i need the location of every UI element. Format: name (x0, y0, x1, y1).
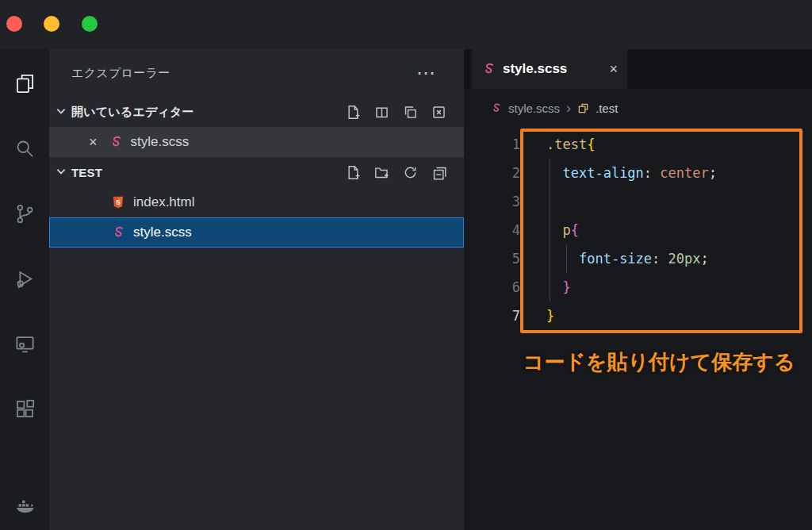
activity-bar-item-source-control[interactable] (13, 202, 36, 225)
zoom-window-button[interactable] (82, 16, 98, 32)
extensions-icon (14, 398, 36, 420)
close-editor-icon[interactable]: × (89, 134, 98, 151)
save-all-icon[interactable] (403, 105, 418, 120)
breadcrumb-file[interactable]: style.scss (508, 102, 560, 115)
open-editors-actions (346, 105, 464, 120)
code-line[interactable]: 4 p{ (464, 216, 812, 244)
tab-label: style.scss (503, 61, 567, 77)
line-number[interactable]: 1 (464, 130, 520, 159)
line-number[interactable]: 2 (464, 159, 520, 187)
workspace-actions (346, 165, 464, 180)
chevron-down-icon (56, 106, 68, 118)
sass-icon (490, 102, 502, 114)
editor-group: style.scss × style.scss › .test 1.test{2… (464, 49, 812, 530)
breadcrumb-symbol[interactable]: .test (596, 102, 618, 115)
minimize-window-button[interactable] (44, 16, 59, 32)
open-editors-label: 開いているエディター (71, 105, 194, 120)
search-icon (14, 138, 36, 159)
editor-layout-icon[interactable] (374, 105, 389, 120)
close-all-editors-icon[interactable] (431, 105, 446, 120)
code-line[interactable]: 5 font-size: 20px; (464, 244, 812, 273)
code-editor[interactable]: 1.test{2 text-align: center;34 p{5 font-… (464, 127, 812, 492)
explorer-sidebar: エクスプローラー ⋯ 開いているエディター × style.scss (49, 49, 464, 530)
sidebar-title-row: エクスプローラー ⋯ (49, 49, 464, 97)
tree-item-filename: style.scss (133, 225, 192, 240)
refresh-icon[interactable] (403, 165, 418, 180)
sass-icon (481, 62, 496, 76)
workspace-label: TEST (71, 166, 102, 179)
files-icon (14, 73, 36, 94)
code-text: .test{ (520, 130, 595, 159)
svg-text:5: 5 (116, 198, 121, 206)
workspace-section-header[interactable]: TEST (49, 157, 464, 187)
code-text: } (520, 301, 554, 330)
indent-guide (566, 244, 567, 273)
activity-bar-item-search[interactable] (13, 136, 36, 160)
sass-icon (109, 135, 123, 149)
activity-bar-item-explorer[interactable] (13, 71, 36, 95)
close-window-button[interactable] (6, 16, 22, 32)
code-lines: 1.test{2 text-align: center;34 p{5 font-… (464, 130, 812, 330)
tree-item-filename: index.html (133, 194, 194, 210)
chevron-down-icon (56, 166, 68, 179)
code-line[interactable]: 3 (464, 187, 812, 216)
line-number[interactable]: 5 (464, 244, 520, 273)
code-text: } (520, 273, 571, 301)
collapse-all-icon[interactable] (431, 165, 446, 180)
code-line[interactable]: 7} (464, 301, 812, 330)
line-number[interactable]: 3 (464, 187, 520, 216)
tree-item-style-scss[interactable]: style.scss (49, 217, 464, 248)
debug-icon (14, 268, 36, 290)
tab-style-scss[interactable]: style.scss × (472, 49, 627, 89)
sass-icon (111, 225, 125, 240)
code-line[interactable]: 6 } (464, 273, 812, 301)
code-line[interactable]: 2 text-align: center; (464, 159, 812, 187)
breadcrumb: style.scss › .test (464, 89, 812, 127)
tab-bar: style.scss × (464, 49, 812, 89)
chevron-right-icon: › (566, 101, 571, 115)
code-text: font-size: 20px; (520, 244, 709, 273)
source-control-icon (14, 203, 36, 225)
open-editors-section-header[interactable]: 開いているエディター (49, 97, 464, 127)
new-untitled-file-icon[interactable] (346, 105, 361, 120)
tree-item-index-html[interactable]: 5 index.html (49, 187, 464, 217)
sidebar-title: エクスプローラー (71, 66, 170, 81)
line-number[interactable]: 4 (464, 216, 520, 244)
activity-bar-item-run-debug[interactable] (13, 267, 36, 290)
close-tab-icon[interactable]: × (609, 61, 618, 78)
more-actions-button[interactable]: ⋯ (412, 66, 442, 80)
new-file-icon[interactable] (346, 165, 361, 180)
new-folder-icon[interactable] (374, 165, 389, 180)
activity-bar (0, 49, 49, 530)
titlebar (0, 0, 812, 49)
indent-guide (550, 159, 550, 301)
docker-whale-icon (14, 495, 36, 517)
html-icon: 5 (111, 195, 125, 209)
open-editor-filename: style.scss (131, 134, 190, 150)
symbol-class-icon (577, 102, 589, 114)
line-number[interactable]: 6 (464, 273, 520, 301)
monitor-icon (14, 333, 36, 355)
code-line[interactable]: 1.test{ (464, 130, 812, 159)
line-number[interactable]: 7 (464, 301, 520, 330)
activity-bar-item-extensions[interactable] (13, 397, 36, 421)
open-editor-item-style-scss[interactable]: × style.scss (49, 127, 464, 157)
code-text (520, 187, 546, 216)
activity-bar-item-docker[interactable] (13, 494, 36, 517)
activity-bar-item-remote-explorer[interactable] (13, 332, 36, 355)
